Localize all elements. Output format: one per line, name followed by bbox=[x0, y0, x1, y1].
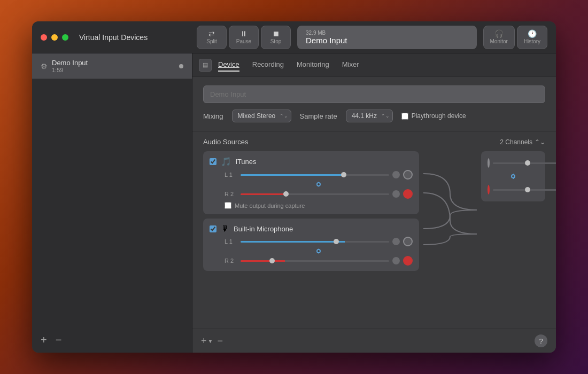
mic-l1-circle bbox=[403, 237, 413, 246]
pause-icon: ⏸ bbox=[240, 30, 247, 37]
itunes-r2-label: R 2 bbox=[225, 191, 237, 197]
tab-device[interactable]: Device bbox=[218, 58, 239, 72]
add-dropdown-arrow-icon: ▼ bbox=[208, 338, 213, 344]
recording-size: 32.9 MB bbox=[306, 30, 468, 36]
tabs-row: ▤ Device Recording Monitoring Mixer bbox=[192, 53, 556, 77]
audio-sources-title: Audio Sources bbox=[203, 138, 249, 146]
mixing-label: Mixing bbox=[203, 112, 223, 120]
itunes-icon: 🎵 bbox=[221, 157, 231, 167]
output-1l-row: 1 L bbox=[488, 157, 539, 169]
mic-checkbox[interactable] bbox=[210, 225, 216, 232]
mic-l1-slider[interactable] bbox=[241, 241, 389, 243]
output-1l-circle bbox=[488, 158, 490, 168]
output-2r-slider[interactable] bbox=[493, 189, 556, 191]
source-items-list: 🎵 iTunes L 1 bbox=[203, 151, 419, 271]
output-2r-row: 2 R bbox=[488, 183, 539, 196]
itunes-l1-row: L 1 bbox=[210, 170, 413, 180]
mute-checkbox[interactable] bbox=[225, 202, 231, 209]
clock-icon: 🕐 bbox=[528, 30, 537, 37]
device-name-display: 32.9 MB Demo Input bbox=[297, 26, 477, 49]
titlebar: Virtual Input Devices ⇄ Split ⏸ Pause ⏹ … bbox=[32, 21, 556, 53]
playthrough-checkbox-label[interactable]: Playthrough device bbox=[401, 112, 466, 120]
output-channels: 1 L 2 R bbox=[481, 151, 545, 201]
recording-device-name: Demo Input bbox=[306, 36, 468, 45]
stop-icon: ⏹ bbox=[272, 30, 280, 37]
add-source-button[interactable]: + ▼ bbox=[201, 336, 213, 347]
sidebar-item-demo-input[interactable]: ⚙ Demo Input 1:59 bbox=[32, 53, 192, 79]
sidebar-item-info: Demo Input 1:59 bbox=[52, 59, 179, 73]
mic-l1-row: L 1 bbox=[210, 237, 413, 246]
status-dot bbox=[179, 64, 183, 68]
connector-svg bbox=[423, 151, 477, 269]
help-button[interactable]: ? bbox=[535, 334, 547, 347]
device-settings: Mixing Mixed Stereo Sample rate 44.1 kHz bbox=[192, 77, 556, 131]
mic-l1-label: L 1 bbox=[225, 238, 237, 245]
mixing-select[interactable]: Mixed Stereo bbox=[232, 110, 291, 122]
itunes-source-header: 🎵 iTunes bbox=[210, 157, 413, 167]
close-button[interactable] bbox=[41, 34, 47, 41]
mic-r2-slider[interactable] bbox=[241, 260, 389, 262]
itunes-l1-slider[interactable] bbox=[241, 174, 389, 176]
minimize-button[interactable] bbox=[51, 34, 58, 41]
output-2r-circle bbox=[488, 185, 490, 194]
channels-chevron-icon: ⌃⌄ bbox=[535, 138, 545, 146]
itunes-r2-slider[interactable] bbox=[241, 193, 389, 195]
output-1l-slider[interactable] bbox=[493, 162, 556, 164]
mute-label: Mute output during capture bbox=[235, 202, 305, 209]
tab-mixer[interactable]: Mixer bbox=[342, 58, 359, 72]
device-name-input[interactable] bbox=[203, 85, 545, 103]
sidebar: ⚙ Demo Input 1:59 + − bbox=[32, 53, 192, 353]
pause-button[interactable]: ⏸ Pause bbox=[229, 26, 259, 49]
sidebar-footer: + − bbox=[32, 328, 192, 353]
add-device-button[interactable]: + bbox=[41, 334, 47, 346]
channels-control[interactable]: 2 Channels ⌃⌄ bbox=[500, 138, 545, 146]
itunes-r2-circle bbox=[403, 189, 413, 199]
audio-sources-panel: Audio Sources 2 Channels ⌃⌄ 🎵 bbox=[192, 131, 556, 329]
source-item-microphone: 🎙 Built-in Microphone L 1 bbox=[203, 219, 419, 271]
maximize-button[interactable] bbox=[62, 34, 68, 41]
add-source-label: + bbox=[201, 336, 207, 347]
panel-footer: + ▼ − ? bbox=[192, 329, 556, 353]
split-icon: ⇄ bbox=[208, 30, 215, 37]
mute-row: Mute output during capture bbox=[210, 202, 413, 209]
itunes-l1-knob bbox=[392, 171, 400, 178]
mic-r2-label: R 2 bbox=[225, 258, 237, 264]
app-window: Virtual Input Devices ⇄ Split ⏸ Pause ⏹ … bbox=[32, 21, 556, 353]
sample-rate-select-wrapper: 44.1 kHz bbox=[346, 110, 393, 122]
tab-recording[interactable]: Recording bbox=[252, 58, 284, 72]
stop-button[interactable]: ⏹ Stop bbox=[261, 26, 291, 49]
split-button[interactable]: ⇄ Split bbox=[197, 26, 227, 49]
panel-toggle-button[interactable]: ▤ bbox=[199, 59, 212, 72]
itunes-checkbox[interactable] bbox=[210, 158, 216, 165]
headphone-icon: 🎧 bbox=[494, 30, 504, 37]
mic-r2-circle bbox=[403, 256, 413, 266]
mixing-select-wrapper: Mixed Stereo bbox=[232, 110, 291, 122]
itunes-l1-circle bbox=[403, 170, 413, 180]
remove-device-button[interactable]: − bbox=[56, 334, 62, 346]
sidebar-item-time: 1:59 bbox=[52, 67, 179, 73]
remove-source-button[interactable]: − bbox=[217, 336, 223, 347]
app-title: Virtual Input Devices bbox=[79, 33, 197, 42]
device-options-row: Mixing Mixed Stereo Sample rate 44.1 kHz bbox=[203, 110, 545, 122]
playthrough-checkbox[interactable] bbox=[401, 113, 408, 120]
tabs: Device Recording Monitoring Mixer bbox=[218, 58, 359, 72]
window-controls bbox=[41, 34, 68, 41]
mic-l1-knob bbox=[392, 238, 400, 245]
itunes-name: iTunes bbox=[236, 158, 413, 166]
monitor-button[interactable]: 🎧 Monitor bbox=[483, 26, 515, 49]
itunes-r2-row: R 2 bbox=[210, 189, 413, 199]
history-button[interactable]: 🕐 History bbox=[517, 26, 547, 49]
mic-r2-row: R 2 bbox=[210, 256, 413, 266]
audio-sources-header: Audio Sources 2 Channels ⌃⌄ bbox=[203, 138, 545, 146]
sample-rate-label: Sample rate bbox=[300, 112, 337, 120]
playthrough-label: Playthrough device bbox=[412, 112, 466, 120]
toolbar: ⇄ Split ⏸ Pause ⏹ Stop 32.9 MB Demo Inpu… bbox=[197, 26, 547, 49]
sample-rate-select[interactable]: 44.1 kHz bbox=[346, 110, 393, 122]
source-item-itunes: 🎵 iTunes L 1 bbox=[203, 151, 419, 214]
mic-r2-knob bbox=[392, 257, 400, 264]
channels-label: 2 Channels bbox=[500, 138, 532, 146]
itunes-l1-label: L 1 bbox=[225, 172, 237, 178]
mic-name: Built-in Microphone bbox=[234, 225, 413, 233]
right-panel: ▤ Device Recording Monitoring Mixer Mixi… bbox=[192, 53, 556, 353]
tab-monitoring[interactable]: Monitoring bbox=[297, 58, 329, 72]
